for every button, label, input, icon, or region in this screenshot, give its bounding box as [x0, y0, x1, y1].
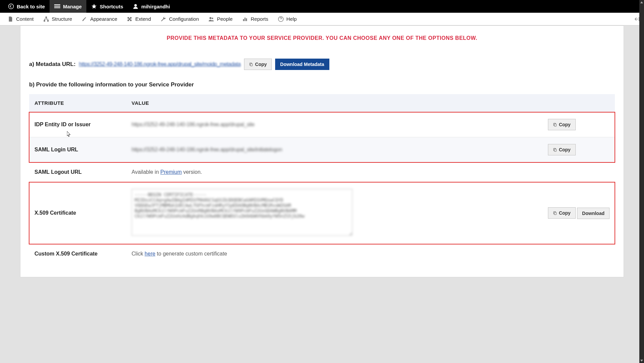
- table-row: SAML Login URL https://3252-49-248-140-1…: [29, 137, 615, 162]
- idp-entity-id-value: https://3252-49-248-140-186.ngrok-free.a…: [132, 122, 254, 127]
- svg-point-8: [210, 17, 212, 19]
- saml-logout-url-value: Available in Premium version.: [126, 162, 543, 182]
- menu-reports[interactable]: Reports: [237, 13, 273, 25]
- copy-cert-button[interactable]: Copy: [548, 207, 576, 219]
- metadata-url-link[interactable]: https://3252-49-248-140-186.ngrok-free.a…: [79, 61, 241, 67]
- svg-rect-12: [246, 18, 247, 21]
- svg-point-4: [134, 4, 137, 7]
- menu-content[interactable]: Content: [3, 13, 38, 25]
- col-attribute: ATTRIBUTE: [29, 94, 126, 112]
- menu-appearance-label: Appearance: [90, 16, 117, 22]
- shortcuts-label: Shortcuts: [100, 4, 123, 9]
- svg-rect-5: [45, 16, 47, 18]
- premium-link[interactable]: Premium: [160, 169, 182, 175]
- drupal-toolbar: Back to site Manage Shortcuts mihirgandh…: [0, 0, 644, 13]
- copy-label: Copy: [559, 122, 571, 127]
- custom-x509-label: Custom X.509 Certificate: [29, 244, 126, 264]
- menu-appearance[interactable]: Appearance: [77, 13, 122, 25]
- structure-icon: [43, 16, 49, 22]
- menu-configuration-label: Configuration: [169, 16, 199, 22]
- metadata-url-row: a) Metadata URL: https://3252-49-248-140…: [29, 59, 615, 70]
- back-to-site[interactable]: Back to site: [3, 0, 50, 13]
- puzzle-icon: [127, 16, 133, 22]
- people-icon: [208, 16, 214, 22]
- copy-icon: [553, 211, 557, 215]
- star-icon: [91, 3, 97, 9]
- copy-idp-button[interactable]: Copy: [548, 119, 576, 130]
- download-metadata-button[interactable]: Download Metadata: [275, 59, 329, 70]
- copy-login-button[interactable]: Copy: [548, 144, 576, 155]
- metadata-table: ATTRIBUTE VALUE IDP Entity ID or Issuer …: [29, 94, 615, 264]
- menu-configuration[interactable]: Configuration: [156, 13, 204, 25]
- svg-rect-16: [554, 149, 556, 151]
- back-to-site-label: Back to site: [17, 4, 45, 9]
- table-row: IDP Entity ID or Issuer https://3252-49-…: [29, 112, 615, 137]
- metadata-url-label: a) Metadata URL:: [29, 61, 76, 68]
- copy-label: Copy: [559, 210, 571, 216]
- menu-structure[interactable]: Structure: [38, 13, 77, 25]
- user-label: mihirgandhi: [141, 4, 170, 9]
- menu-help[interactable]: Help: [273, 13, 302, 25]
- metadata-panel: PROVIDE THIS METADATA TO YOUR SERVICE PR…: [20, 25, 624, 277]
- back-arrow-icon: [8, 3, 14, 9]
- menu-extend-label: Extend: [135, 16, 151, 22]
- x509-cert-label: X.509 Certificate: [29, 182, 126, 244]
- menu-reports-label: Reports: [251, 16, 268, 22]
- file-icon: [7, 16, 13, 22]
- custom-x509-value: Click here to generate custom certificat…: [126, 244, 543, 264]
- menu-content-label: Content: [16, 16, 34, 22]
- saml-login-url-label: SAML Login URL: [29, 137, 126, 162]
- table-row: SAML Logout URL Available in Premium ver…: [29, 162, 615, 182]
- copy-icon: [553, 122, 557, 127]
- table-row: Custom X.509 Certificate Click here to g…: [29, 244, 615, 264]
- vertical-scrollbar[interactable]: [639, 0, 644, 291]
- svg-rect-11: [244, 17, 245, 21]
- hamburger-icon: [54, 3, 60, 9]
- col-value: VALUE: [126, 94, 543, 112]
- download-cert-button[interactable]: Download: [577, 208, 610, 219]
- saml-logout-url-label: SAML Logout URL: [29, 162, 126, 182]
- idp-entity-id-label: IDP Entity ID or Issuer: [29, 112, 126, 137]
- user-icon: [133, 3, 139, 9]
- svg-point-0: [9, 4, 14, 9]
- svg-rect-7: [47, 20, 49, 22]
- svg-rect-14: [250, 64, 252, 66]
- copy-label: Copy: [559, 147, 571, 152]
- menu-structure-label: Structure: [52, 16, 72, 22]
- svg-rect-15: [554, 124, 556, 126]
- wrench-icon: [160, 16, 166, 22]
- menu-extend[interactable]: Extend: [122, 13, 156, 25]
- copy-icon: [249, 62, 253, 67]
- help-icon: [278, 16, 284, 22]
- user-menu[interactable]: mihirgandhi: [128, 0, 175, 13]
- menu-help-label: Help: [287, 16, 297, 22]
- svg-rect-2: [54, 6, 60, 7]
- manage-label: Manage: [63, 4, 82, 9]
- section-b-heading: b) Provide the following information to …: [29, 81, 615, 88]
- chart-icon: [242, 16, 248, 22]
- page-title: PROVIDE THIS METADATA TO YOUR SERVICE PR…: [20, 32, 624, 49]
- saml-login-url-value: https://3252-49-248-140-186.ngrok-free.a…: [132, 147, 282, 152]
- generate-cert-link[interactable]: here: [145, 251, 155, 257]
- svg-rect-10: [243, 19, 244, 21]
- menu-people[interactable]: People: [204, 13, 237, 25]
- copy-label: Copy: [255, 62, 267, 67]
- svg-point-9: [212, 17, 214, 19]
- manage-button[interactable]: Manage: [50, 0, 86, 13]
- x509-cert-textarea[interactable]: -----BEGIN CERTIFICATE----- MIIDxzCCAq+g…: [132, 189, 352, 236]
- svg-rect-17: [554, 212, 556, 215]
- admin-menu-bar: Content Structure Appearance Extend Conf…: [0, 13, 644, 25]
- menu-people-label: People: [217, 16, 233, 22]
- table-row: X.509 Certificate -----BEGIN CERTIFICATE…: [29, 182, 615, 244]
- shortcuts-button[interactable]: Shortcuts: [86, 0, 128, 13]
- brush-icon: [81, 16, 87, 22]
- copy-icon: [553, 147, 557, 152]
- svg-rect-6: [44, 20, 45, 22]
- svg-rect-1: [54, 4, 60, 5]
- svg-rect-3: [54, 7, 60, 8]
- copy-metadata-url-button[interactable]: Copy: [244, 59, 272, 70]
